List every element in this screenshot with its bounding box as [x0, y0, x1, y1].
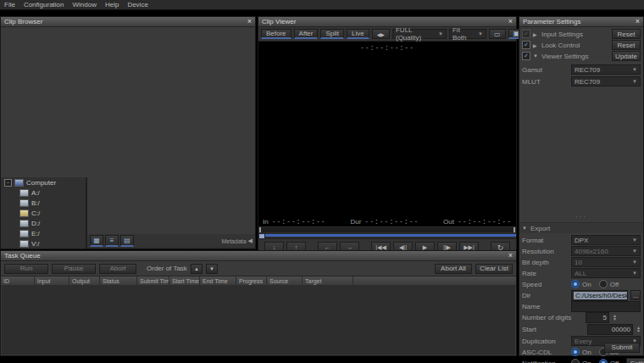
pause-button[interactable]: Pause	[52, 264, 96, 274]
collapse-icon[interactable]: −	[4, 179, 12, 187]
abort-button[interactable]: Abort	[99, 264, 136, 274]
parameter-settings-header: Parameter Settings ×	[519, 17, 643, 27]
move-down-button[interactable]: ▼	[206, 264, 218, 274]
tree-item-computer[interactable]: − Computer	[1, 177, 86, 187]
live-button[interactable]: Live	[347, 29, 369, 39]
rate-row: Rate ALL ▼	[522, 268, 641, 278]
computer-icon	[14, 179, 24, 187]
chevron-down-icon: ▼	[478, 31, 483, 36]
clear-list-button[interactable]: Clear List	[475, 264, 513, 274]
input-settings-reset-button[interactable]: Reset	[612, 29, 641, 39]
close-icon[interactable]: ×	[247, 18, 252, 25]
after-button[interactable]: After	[294, 29, 319, 39]
menu-device[interactable]: Device	[127, 1, 147, 8]
thumbnail-view-button[interactable]: ▦	[90, 235, 103, 247]
duplication-label: Duplication	[522, 338, 569, 345]
browse-button[interactable]: ...	[630, 290, 641, 300]
tree-item-drive-b[interactable]: B:/	[1, 198, 86, 208]
format-select[interactable]: DPX ▼	[571, 235, 641, 245]
submit-button[interactable]: Submit	[604, 343, 640, 353]
bitdepth-row: Bit depth 10 ▼	[522, 257, 641, 267]
close-icon[interactable]: ×	[636, 18, 640, 25]
asccdl-on-radio[interactable]	[571, 348, 580, 356]
seek-bar[interactable]	[258, 226, 516, 239]
dir-label: Dir	[522, 292, 569, 299]
expand-down-icon[interactable]: ▼	[533, 53, 539, 59]
down-arrow-icon[interactable]: ▼	[636, 329, 641, 332]
order-of-task-label: Order of Task	[147, 265, 187, 272]
run-button[interactable]: Run	[4, 264, 48, 274]
notification-on-radio[interactable]	[571, 359, 580, 363]
tree-item-drive-v[interactable]: V:/	[1, 238, 86, 249]
viewer-settings-checkbox[interactable]: ✓	[522, 52, 530, 60]
notification-off-radio[interactable]	[599, 359, 608, 363]
list-view-button[interactable]: ≡	[105, 235, 119, 247]
name-input[interactable]	[571, 301, 641, 312]
drive-icon	[19, 230, 29, 237]
clip-list-toolbar: ▦ ≡ ▤ Metadata ◀	[87, 234, 255, 249]
export-section-header[interactable]: ▼ Export	[519, 222, 643, 233]
speed-on-radio[interactable]	[571, 280, 580, 288]
splitter-handle[interactable]: ···	[519, 215, 643, 221]
task-queue-header: Task Queue ×	[1, 251, 516, 261]
speed-on-label: On	[582, 281, 591, 288]
rate-select[interactable]: ALL ▼	[571, 268, 641, 278]
menu-window[interactable]: Window	[72, 1, 96, 8]
move-up-button[interactable]: ▲	[191, 264, 203, 274]
fullscreen-icon[interactable]: ▭	[489, 29, 506, 39]
close-icon[interactable]: ×	[508, 252, 513, 260]
tree-item-drive-d[interactable]: D:/	[1, 218, 86, 228]
drive-icon	[19, 199, 29, 207]
start-stepper[interactable]: 00000	[587, 324, 633, 335]
in-marker[interactable]	[259, 227, 261, 232]
stepper-arrows[interactable]: ▲ ▼	[636, 326, 641, 332]
mlut-row: MLUT REC709 ▼	[522, 76, 641, 87]
compare-icon[interactable]: ◀▶	[372, 29, 390, 39]
before-button[interactable]: Before	[261, 29, 291, 39]
look-control-reset-button[interactable]: Reset	[612, 40, 641, 50]
task-table-body[interactable]	[2, 285, 515, 355]
drive-icon	[19, 209, 29, 217]
metadata-toggle[interactable]: Metadata ◀	[221, 237, 253, 244]
stepper-arrows[interactable]: ▲ ▼	[613, 314, 617, 321]
dir-input[interactable]: C:/Users/h0/Desktop/release	[571, 290, 628, 301]
tree-item-drive-e[interactable]: E:/	[1, 228, 86, 238]
menu-file[interactable]: File	[4, 1, 15, 8]
quality-select[interactable]: FULL (Quality) ▼	[392, 29, 447, 39]
expand-right-icon[interactable]: ▶	[533, 31, 539, 37]
menu-help[interactable]: Help	[105, 1, 119, 8]
viewer-settings-row: ✓ ▼ Viewer Settings Update	[522, 51, 641, 61]
expand-down-icon: ▼	[522, 226, 528, 231]
viewer-settings-update-button[interactable]: Update	[612, 51, 641, 61]
format-value: DPX	[575, 237, 588, 244]
out-marker[interactable]	[514, 227, 515, 232]
monitor-icon: ▭	[494, 31, 501, 38]
speed-off-radio[interactable]	[599, 280, 608, 288]
digits-value: 5	[603, 314, 607, 321]
seek-track[interactable]	[258, 234, 516, 237]
expand-right-icon[interactable]: ▶	[533, 42, 539, 48]
close-icon[interactable]: ×	[508, 18, 513, 25]
clip-browser-title: Clip Browser	[4, 18, 42, 25]
fit-select[interactable]: Fit Both ▼	[449, 29, 486, 39]
menu-configuration[interactable]: Configuration	[24, 1, 64, 8]
tree-item-drive-a[interactable]: A:/	[1, 187, 86, 198]
tree-item-drive-c[interactable]: C:/	[1, 208, 86, 218]
gamut-value: REC709	[575, 66, 600, 74]
start-row: Start 00000 ▲ ▼	[522, 324, 641, 334]
digits-stepper[interactable]: 5	[586, 312, 609, 323]
look-control-checkbox[interactable]: ✓	[522, 41, 530, 49]
parameter-settings-panel: Parameter Settings × ✓ ▶ Input Settings …	[519, 16, 644, 356]
chevron-down-icon: ▼	[632, 79, 637, 84]
notification-setting-button[interactable]: Setting	[626, 358, 644, 363]
detail-view-button[interactable]: ▤	[120, 235, 134, 247]
abort-all-button[interactable]: Abort All	[435, 264, 472, 274]
down-arrow-icon[interactable]: ▼	[613, 317, 617, 321]
resolution-select[interactable]: 4096x2160 ▼	[571, 246, 641, 256]
split-button[interactable]: Split	[320, 29, 344, 39]
mlut-select[interactable]: REC709 ▼	[571, 76, 641, 87]
bitdepth-select[interactable]: 10 ▼	[571, 257, 641, 267]
input-settings-checkbox[interactable]: ✓	[522, 30, 530, 38]
gamut-select[interactable]: REC709 ▼	[571, 64, 641, 75]
playhead-handle[interactable]	[258, 233, 265, 239]
